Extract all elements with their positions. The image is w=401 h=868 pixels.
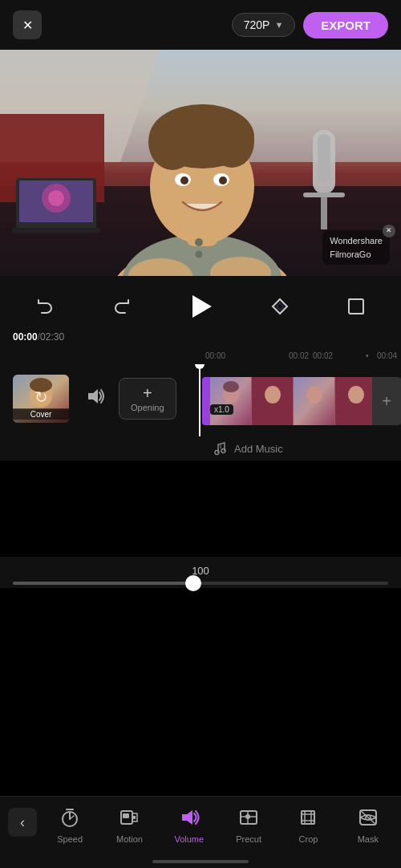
clip-start-handle[interactable] xyxy=(202,377,210,425)
timeline-section: 00:00 / 02:30 00:00 00:02 00:02 • 00:04 xyxy=(0,276,401,588)
precut-label: Precut xyxy=(236,834,261,844)
tool-items: Speed Motion Vo xyxy=(37,805,401,844)
total-time: 02:30 xyxy=(40,331,64,343)
svg-point-9 xyxy=(48,190,64,206)
back-button[interactable]: ‹ xyxy=(8,808,37,837)
tool-motion[interactable]: Motion xyxy=(108,805,150,844)
watermark-close-icon[interactable]: ✕ xyxy=(383,225,395,237)
svg-marker-59 xyxy=(182,810,192,825)
quality-selector[interactable]: 720P ▼ xyxy=(232,13,296,37)
video-preview: ✕ Wondershare FilmoraGo xyxy=(0,50,401,276)
volume-button[interactable] xyxy=(85,386,106,412)
crop-label: Crop xyxy=(299,834,318,844)
svg-point-52 xyxy=(215,451,219,455)
add-music-button[interactable]: Add Music xyxy=(200,436,401,460)
ruler-mark-2: 00:02 xyxy=(313,351,333,360)
svg-point-20 xyxy=(148,114,196,170)
watermark: ✕ Wondershare FilmoraGo xyxy=(322,230,390,265)
main-track-row: ↻ Cover + Opening xyxy=(0,371,401,427)
opening-button[interactable]: + Opening xyxy=(119,378,176,420)
cover-refresh-icon: ↻ xyxy=(34,387,48,407)
precut-icon xyxy=(236,805,261,830)
ruler-mark-0: 00:00 xyxy=(205,351,225,360)
tool-mask[interactable]: Mask xyxy=(347,805,389,844)
volume-tool-icon xyxy=(176,805,202,830)
home-indicator xyxy=(152,860,249,863)
redo-button[interactable] xyxy=(109,294,135,319)
tool-speed[interactable]: Speed xyxy=(49,805,91,844)
motion-label: Motion xyxy=(116,834,143,844)
expand-button[interactable] xyxy=(343,294,369,319)
svg-rect-43 xyxy=(252,377,294,425)
motion-icon xyxy=(116,805,142,830)
svg-rect-10 xyxy=(12,228,100,233)
timeline-tracks: ↻ Cover + Opening xyxy=(0,364,401,436)
svg-rect-57 xyxy=(123,813,129,818)
tool-precut[interactable]: Precut xyxy=(228,805,269,844)
svg-rect-44 xyxy=(293,377,294,425)
svg-marker-35 xyxy=(88,389,98,404)
svg-rect-48 xyxy=(334,377,335,425)
svg-line-71 xyxy=(360,810,376,825)
svg-point-24 xyxy=(180,176,188,185)
zoom-section: 100 xyxy=(0,557,401,588)
clip-end-handle[interactable]: + xyxy=(372,377,401,425)
play-button[interactable] xyxy=(185,291,216,322)
quality-arrow-icon: ▼ xyxy=(274,20,283,30)
top-bar: ✕ 720P ▼ EXPORT xyxy=(0,0,401,50)
svg-point-21 xyxy=(209,116,254,168)
mask-icon xyxy=(355,805,381,830)
close-button[interactable]: ✕ xyxy=(13,10,42,39)
ruler-mark-1: 00:02 xyxy=(289,351,309,360)
svg-point-25 xyxy=(219,176,227,185)
svg-point-28 xyxy=(195,238,203,246)
svg-rect-13 xyxy=(303,193,345,197)
keyframe-button[interactable] xyxy=(267,294,293,319)
cover-label: Cover xyxy=(13,409,69,420)
top-right-controls: 720P ▼ EXPORT xyxy=(232,12,388,39)
playhead[interactable] xyxy=(199,364,200,436)
time-display: 00:00 / 02:30 xyxy=(0,327,401,347)
video-clip-track[interactable]: + xyxy=(202,377,401,425)
empty-track-space xyxy=(0,460,401,557)
svg-point-53 xyxy=(221,449,225,453)
crop-icon xyxy=(295,805,321,830)
export-button[interactable]: EXPORT xyxy=(303,12,388,39)
svg-rect-12 xyxy=(318,134,330,182)
svg-rect-39 xyxy=(210,377,252,425)
speed-label: Speed xyxy=(57,834,83,844)
quality-label: 720P xyxy=(244,18,270,31)
volume-tool-label: Volume xyxy=(174,834,204,844)
svg-rect-14 xyxy=(321,197,327,229)
svg-rect-51 xyxy=(335,377,372,425)
svg-point-63 xyxy=(245,814,250,819)
current-time: 00:00 xyxy=(13,331,38,343)
ruler-mark-3: • xyxy=(366,351,369,360)
svg-rect-30 xyxy=(349,299,363,314)
playback-controls xyxy=(0,286,401,327)
speed-icon xyxy=(57,805,83,830)
zoom-slider-thumb[interactable] xyxy=(185,575,201,591)
zoom-slider[interactable] xyxy=(13,582,388,585)
cover-thumbnail[interactable]: ↻ Cover xyxy=(13,375,69,423)
tool-volume[interactable]: Volume xyxy=(168,805,210,844)
bottom-toolbar: ‹ Speed xyxy=(0,796,401,868)
zoom-slider-fill xyxy=(13,582,193,585)
tool-crop[interactable]: Crop xyxy=(287,805,329,844)
undo-button[interactable] xyxy=(32,294,58,319)
svg-point-29 xyxy=(196,251,203,258)
svg-rect-47 xyxy=(294,377,335,425)
mask-label: Mask xyxy=(358,834,379,844)
speed-badge: x1.0 xyxy=(210,404,233,415)
svg-rect-64 xyxy=(302,811,314,824)
clip-frames xyxy=(210,377,372,425)
svg-rect-58 xyxy=(132,816,136,819)
add-music-label: Add Music xyxy=(234,443,283,455)
ruler-mark-4: 00:04 xyxy=(377,351,397,360)
timeline-ruler: 00:00 00:02 00:02 • 00:04 xyxy=(0,347,401,364)
svg-rect-40 xyxy=(251,377,252,425)
